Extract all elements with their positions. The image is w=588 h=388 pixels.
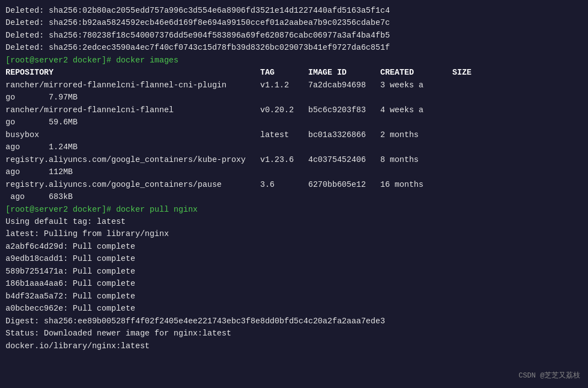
terminal-line-17: [root@server2 docker]# docker pull nginx bbox=[6, 203, 582, 216]
terminal-line-19: latest: Pulling from library/nginx bbox=[6, 228, 582, 240]
terminal-line-7: rancher/mirrored-flannelcni-flannel-cni-… bbox=[6, 79, 582, 91]
terminal-line-4: Deleted: sha256:2edcec3590a4ec7f40cf0743… bbox=[6, 41, 582, 54]
terminal-line-15: registry.aliyuncs.com/google_containers/… bbox=[6, 179, 582, 191]
terminal-line-5: [root@server2 docker]# docker images bbox=[6, 54, 582, 66]
watermark: CSDN @芝芝又荔枝 bbox=[518, 370, 580, 381]
terminal-line-22: 589b7251471a: Pull complete bbox=[6, 265, 582, 277]
terminal-line-2: Deleted: sha256:b92aa5824592ecb46e6d169f… bbox=[6, 17, 582, 29]
terminal-line-12: ago 1.24MB bbox=[6, 141, 582, 153]
terminal-line-23: 186b1aaa4aa6: Pull complete bbox=[6, 277, 582, 290]
terminal-line-9: rancher/mirrored-flannelcni-flannel v0.2… bbox=[6, 104, 582, 116]
terminal-line-21: a9edb18cadd1: Pull complete bbox=[6, 253, 582, 265]
terminal-line-8: go 7.97MB bbox=[6, 91, 582, 103]
terminal-line-13: registry.aliyuncs.com/google_containers/… bbox=[6, 154, 582, 166]
terminal-line-14: ago 112MB bbox=[6, 166, 582, 178]
terminal-line-10: go 59.6MB bbox=[6, 116, 582, 128]
terminal-line-3: Deleted: sha256:780238f18c540007376dd5e9… bbox=[6, 29, 582, 41]
terminal-content: Deleted: sha256:02b80ac2055edd757a996c3d… bbox=[6, 4, 582, 352]
terminal-line-11: busybox latest bc01a3326866 2 months bbox=[6, 129, 582, 141]
terminal-line-25: a0bcbecc962e: Pull complete bbox=[6, 302, 582, 314]
terminal-line-18: Using default tag: latest bbox=[6, 216, 582, 228]
terminal-line-20: a2abf6c4d29d: Pull complete bbox=[6, 240, 582, 253]
terminal-line-1: Deleted: sha256:02b80ac2055edd757a996c3d… bbox=[6, 4, 582, 17]
terminal-line-16: ago 683kB bbox=[6, 191, 582, 203]
terminal-line-27: Status: Downloaded newer image for nginx… bbox=[6, 327, 582, 339]
terminal-line-24: b4df32aa5a72: Pull complete bbox=[6, 290, 582, 302]
terminal-line-28: docker.io/library/nginx:latest bbox=[6, 340, 582, 352]
terminal-line-6: REPOSITORY TAG IMAGE ID CREATED SIZE bbox=[6, 66, 582, 78]
terminal-window: Deleted: sha256:02b80ac2055edd757a996c3d… bbox=[0, 0, 588, 388]
terminal-line-26: Digest: sha256:ee89b00528ff4f02f2405e4ee… bbox=[6, 315, 582, 327]
